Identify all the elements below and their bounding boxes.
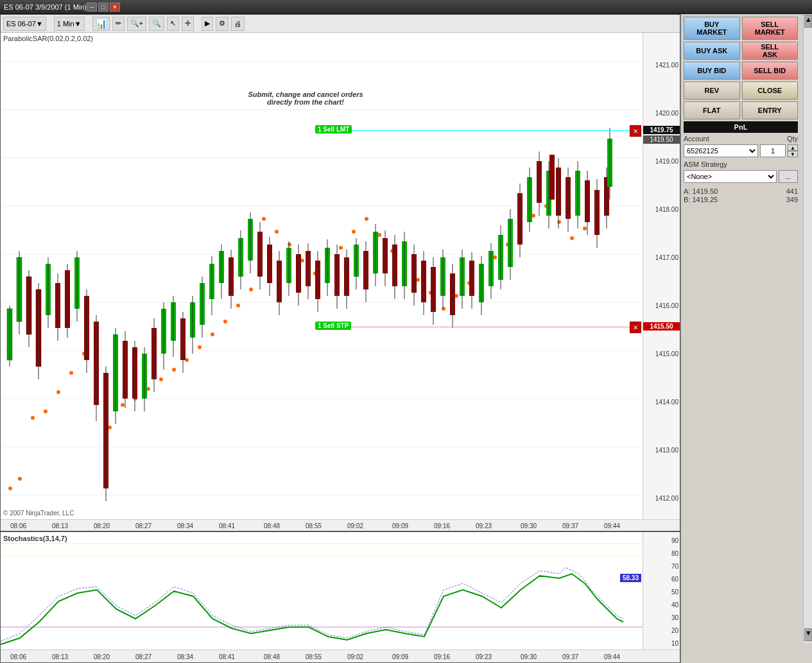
time-label-0930: 09:30 [521, 522, 537, 530]
svg-rect-98 [209, 264, 214, 299]
asm-strategy-selector[interactable]: <None> [684, 170, 777, 183]
time-label-0834: 08:34 [177, 522, 193, 530]
sell-bid-button[interactable]: SELL BID [742, 62, 799, 80]
qty-down-button[interactable]: ▼ [788, 151, 798, 157]
main-price-chart[interactable]: ParabolicSAR(0.02,0.2,0.02) Submit, chan… [1, 33, 680, 519]
svg-rect-72 [84, 296, 89, 360]
qty-up-button[interactable]: ▲ [788, 144, 798, 151]
entry-button[interactable]: ENTRY [742, 101, 799, 119]
svg-point-55 [583, 227, 587, 230]
time-label-0841: 08:41 [219, 522, 235, 530]
svg-point-48 [493, 255, 497, 259]
svg-point-28 [236, 304, 240, 307]
svg-point-51 [531, 214, 535, 218]
stochastics-value-badge: 58.33 [620, 574, 641, 582]
svg-rect-144 [431, 267, 436, 312]
minimize-button[interactable]: ─ [87, 3, 97, 12]
scrollbar-thumb[interactable]: ▲ [804, 15, 812, 28]
print-button[interactable]: 🖨 [231, 17, 245, 31]
svg-point-20 [134, 397, 137, 400]
account-selector[interactable]: 65262125 [684, 144, 758, 157]
sell-market-button[interactable]: SELLMARKET [742, 17, 799, 40]
sell-ask-button[interactable]: SELLASK [742, 42, 799, 60]
svg-point-42 [416, 278, 420, 282]
svg-rect-166 [537, 161, 542, 203]
price-label-1420: 1420.00 [655, 110, 678, 117]
sell-lmt-line [315, 130, 643, 131]
cursor-button[interactable]: ↖ [167, 17, 179, 31]
crosshair-button[interactable]: ✛ [182, 17, 194, 31]
svg-point-11 [18, 477, 22, 481]
svg-rect-180 [604, 177, 609, 216]
svg-rect-78 [113, 334, 118, 411]
qty-spinner: ▲ ▼ [788, 144, 798, 157]
chart-type-button[interactable]: 📊 [92, 17, 110, 31]
maximize-button[interactable]: □ [98, 3, 108, 12]
svg-point-16 [82, 352, 86, 356]
svg-point-35 [326, 259, 330, 263]
time-label-0902: 09:02 [347, 522, 363, 530]
svg-rect-176 [585, 180, 590, 222]
sell-lmt-label[interactable]: 1 Sell LMT [315, 125, 352, 133]
svg-rect-108 [257, 232, 263, 277]
sell-lmt-cancel-button[interactable]: ✕ [630, 125, 641, 137]
market-data-ab: A: 1419.50 441 B: 1419.25 349 [684, 187, 798, 203]
time-label-0916: 09:16 [434, 522, 450, 530]
zoom-out-button[interactable]: 🔍 [149, 17, 164, 31]
qty-input[interactable] [760, 144, 786, 157]
prop-button[interactable]: ⚙ [216, 17, 229, 31]
vertical-scrollbar[interactable]: ▲ ▼ [803, 14, 812, 643]
svg-rect-156 [488, 251, 494, 286]
svg-rect-178 [594, 190, 600, 235]
close-button[interactable]: CLOSE [742, 82, 799, 99]
price-label-1415: 1415.00 [655, 350, 678, 357]
svg-rect-130 [363, 251, 368, 289]
rev-button[interactable]: REV [684, 82, 740, 99]
window-close-button[interactable]: ✕ [110, 3, 120, 12]
svg-rect-100 [219, 251, 224, 283]
flat-button[interactable]: FLAT [684, 101, 740, 119]
title-bar: ES 06-07 3/9/2007 (1 Min) ─ □ ✕ [0, 0, 812, 14]
buy-market-button[interactable]: BUYMARKET [684, 17, 740, 40]
zoom-in-button[interactable]: 🔍+ [127, 17, 146, 31]
ind-level-20: 20 [671, 627, 678, 634]
stochastics-svg [1, 532, 643, 650]
time-labels-svg: 08:06 08:13 08:20 08:27 08:34 08:41 08:4… [1, 520, 680, 531]
svg-rect-56 [7, 309, 12, 360]
copyright-text: © 2007 NinjaTrader, LLC [3, 510, 74, 517]
svg-point-47 [480, 268, 484, 272]
svg-text:09:30: 09:30 [521, 653, 537, 660]
price-label-1421: 1421.00 [655, 62, 678, 69]
buy-bid-button[interactable]: BUY BID [684, 62, 740, 80]
sell-stp-label[interactable]: 1 Sell STP [315, 322, 351, 330]
account-qty-labels: Account Qty [684, 135, 798, 142]
svg-rect-170 [556, 168, 561, 216]
time-label-0820: 08:20 [94, 522, 110, 530]
sell-stp-cancel-button[interactable]: ✕ [630, 322, 641, 333]
draw-tool-button[interactable]: ✏ [112, 17, 125, 31]
svg-rect-128 [354, 245, 359, 277]
title-text: ES 06-07 3/9/2007 (1 Min) [4, 3, 87, 11]
svg-rect-62 [36, 289, 41, 366]
indicator-axis: 90 80 70 60 50 40 30 20 10 [643, 532, 680, 650]
svg-point-32 [288, 243, 291, 246]
scrollbar-thumb-bottom[interactable]: ▼ [804, 628, 812, 641]
buy-ask-button[interactable]: BUY ASK [684, 42, 740, 60]
time-label-0937: 09:37 [562, 522, 578, 530]
time-label-0806: 08:06 [10, 522, 26, 530]
ind-level-70: 70 [671, 563, 678, 570]
timeframe-selector[interactable]: 1 Min ▼ [54, 17, 85, 31]
svg-point-50 [519, 230, 523, 234]
asm-strategy-button[interactable]: ... [779, 170, 798, 183]
svg-text:09:09: 09:09 [392, 653, 408, 660]
svg-rect-158 [498, 235, 503, 280]
svg-rect-68 [65, 270, 70, 328]
svg-text:08:41: 08:41 [219, 653, 235, 660]
svg-text:09:23: 09:23 [476, 653, 492, 660]
svg-text:09:02: 09:02 [347, 653, 363, 660]
svg-text:08:55: 08:55 [306, 653, 322, 660]
svg-point-18 [108, 426, 112, 429]
play-button[interactable]: ▶ [202, 17, 213, 31]
symbol-selector[interactable]: ES 06-07 ▼ [3, 17, 46, 31]
price-label-1416: 1416.00 [655, 302, 678, 309]
